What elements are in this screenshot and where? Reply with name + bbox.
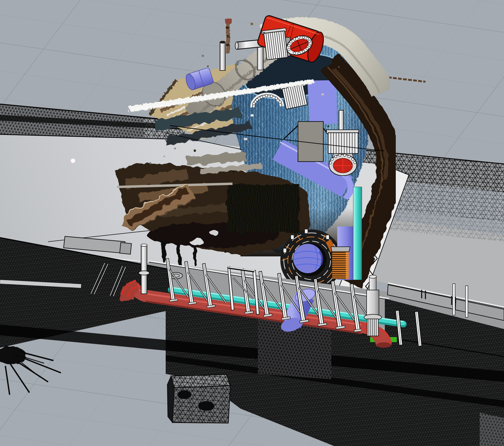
purple-inner-wall — [307, 80, 337, 125]
cyan-riser — [353, 187, 362, 280]
3d-scene[interactable] — [0, 0, 504, 446]
chrome-pipe-vertical — [220, 42, 225, 71]
light-dot — [71, 159, 75, 163]
wireframe-box-skid — [167, 374, 230, 423]
viewport[interactable] — [0, 0, 504, 446]
